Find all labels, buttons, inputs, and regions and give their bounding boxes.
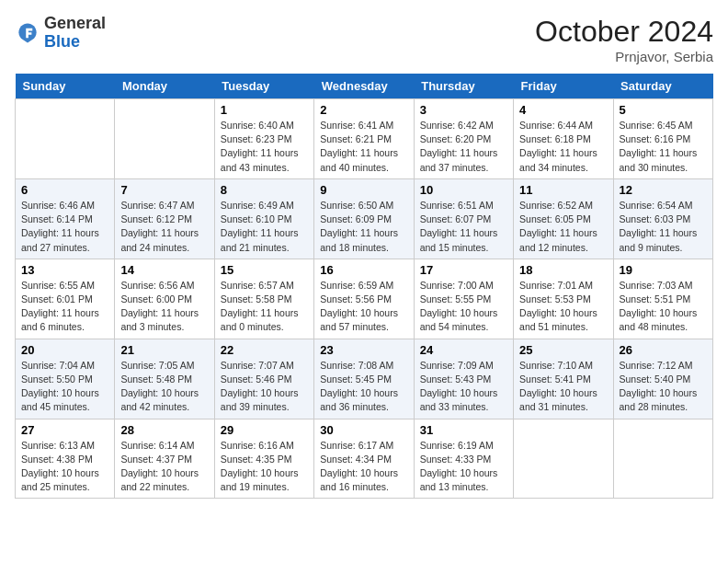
sunrise-text: Sunrise: 6:57 AM bbox=[221, 280, 294, 291]
weekday-header-monday: Monday bbox=[115, 74, 214, 99]
daylight-text: Daylight: 11 hours and 30 minutes. bbox=[620, 147, 698, 172]
calendar-table: SundayMondayTuesdayWednesdayThursdayFrid… bbox=[15, 74, 713, 499]
sunset-text: Sunset: 6:01 PM bbox=[21, 293, 93, 304]
day-info: Sunrise: 7:01 AM Sunset: 5:53 PM Dayligh… bbox=[519, 279, 607, 335]
sunrise-text: Sunrise: 6:41 AM bbox=[320, 120, 393, 131]
sunset-text: Sunset: 4:35 PM bbox=[221, 454, 292, 465]
sunset-text: Sunset: 6:14 PM bbox=[21, 213, 93, 224]
day-info: Sunrise: 6:14 AM Sunset: 4:37 PM Dayligh… bbox=[120, 439, 208, 495]
daylight-text: Daylight: 10 hours and 33 minutes. bbox=[420, 387, 498, 412]
sunrise-text: Sunrise: 7:04 AM bbox=[21, 360, 95, 371]
daylight-text: Daylight: 11 hours and 12 minutes. bbox=[519, 227, 597, 252]
calendar-cell: 15 Sunrise: 6:57 AM Sunset: 5:58 PM Dayl… bbox=[214, 259, 313, 339]
day-number: 17 bbox=[420, 263, 507, 277]
sunset-text: Sunset: 5:58 PM bbox=[221, 293, 292, 304]
logo-icon bbox=[15, 20, 40, 46]
calendar-cell: 8 Sunrise: 6:49 AM Sunset: 6:10 PM Dayli… bbox=[214, 178, 313, 259]
logo: General Blue bbox=[15, 15, 106, 52]
sunrise-text: Sunrise: 6:46 AM bbox=[21, 200, 95, 211]
sunset-text: Sunset: 5:43 PM bbox=[420, 373, 492, 385]
day-info: Sunrise: 7:12 AM Sunset: 5:40 PM Dayligh… bbox=[620, 359, 707, 415]
calendar-cell: 25 Sunrise: 7:10 AM Sunset: 5:41 PM Dayl… bbox=[514, 339, 613, 419]
sunrise-text: Sunrise: 6:55 AM bbox=[21, 280, 95, 291]
calendar-cell: 24 Sunrise: 7:09 AM Sunset: 5:43 PM Dayl… bbox=[414, 339, 513, 419]
sunset-text: Sunset: 4:34 PM bbox=[320, 454, 392, 465]
logo-general-text: General bbox=[44, 14, 106, 32]
sunset-text: Sunset: 5:53 PM bbox=[519, 293, 591, 304]
day-number: 11 bbox=[519, 183, 607, 197]
calendar-cell: 26 Sunrise: 7:12 AM Sunset: 5:40 PM Dayl… bbox=[613, 339, 712, 419]
calendar-week-row: 13 Sunrise: 6:55 AM Sunset: 6:01 PM Dayl… bbox=[16, 259, 713, 339]
sunrise-text: Sunrise: 6:16 AM bbox=[221, 440, 294, 451]
day-info: Sunrise: 6:56 AM Sunset: 6:00 PM Dayligh… bbox=[120, 279, 208, 335]
sunset-text: Sunset: 4:33 PM bbox=[420, 454, 492, 465]
title-block: October 2024 Prnjavor, Serbia bbox=[535, 15, 713, 64]
daylight-text: Daylight: 11 hours and 37 minutes. bbox=[420, 147, 498, 172]
calendar-cell: 20 Sunrise: 7:04 AM Sunset: 5:50 PM Dayl… bbox=[16, 339, 115, 419]
calendar-week-row: 1 Sunrise: 6:40 AM Sunset: 6:23 PM Dayli… bbox=[16, 99, 713, 179]
month-title: October 2024 bbox=[535, 15, 713, 49]
day-info: Sunrise: 6:16 AM Sunset: 4:35 PM Dayligh… bbox=[221, 439, 308, 495]
daylight-text: Daylight: 10 hours and 19 minutes. bbox=[221, 467, 299, 492]
day-info: Sunrise: 6:50 AM Sunset: 6:09 PM Dayligh… bbox=[320, 199, 407, 255]
day-number: 30 bbox=[320, 423, 407, 437]
calendar-cell: 2 Sunrise: 6:41 AM Sunset: 6:21 PM Dayli… bbox=[314, 99, 414, 179]
sunrise-text: Sunrise: 7:09 AM bbox=[420, 360, 494, 371]
calendar-cell: 6 Sunrise: 6:46 AM Sunset: 6:14 PM Dayli… bbox=[16, 178, 115, 259]
daylight-text: Daylight: 11 hours and 43 minutes. bbox=[221, 147, 299, 172]
sunset-text: Sunset: 6:09 PM bbox=[320, 213, 392, 224]
daylight-text: Daylight: 11 hours and 6 minutes. bbox=[21, 307, 99, 332]
day-number: 26 bbox=[620, 343, 707, 357]
day-number: 4 bbox=[519, 103, 607, 117]
weekday-header-wednesday: Wednesday bbox=[314, 74, 414, 99]
daylight-text: Daylight: 11 hours and 21 minutes. bbox=[221, 227, 299, 252]
calendar-cell: 31 Sunrise: 6:19 AM Sunset: 4:33 PM Dayl… bbox=[414, 419, 513, 499]
day-number: 31 bbox=[420, 423, 507, 437]
sunrise-text: Sunrise: 6:17 AM bbox=[320, 440, 393, 451]
weekday-header-sunday: Sunday bbox=[16, 74, 115, 99]
calendar-cell: 19 Sunrise: 7:03 AM Sunset: 5:51 PM Dayl… bbox=[613, 259, 712, 339]
daylight-text: Daylight: 11 hours and 18 minutes. bbox=[320, 227, 398, 252]
calendar-cell: 17 Sunrise: 7:00 AM Sunset: 5:55 PM Dayl… bbox=[414, 259, 513, 339]
weekday-header-friday: Friday bbox=[514, 74, 613, 99]
day-info: Sunrise: 6:19 AM Sunset: 4:33 PM Dayligh… bbox=[420, 439, 507, 495]
day-info: Sunrise: 7:10 AM Sunset: 5:41 PM Dayligh… bbox=[519, 359, 607, 415]
sunrise-text: Sunrise: 7:10 AM bbox=[519, 360, 593, 371]
day-info: Sunrise: 7:08 AM Sunset: 5:45 PM Dayligh… bbox=[320, 359, 407, 415]
day-info: Sunrise: 7:04 AM Sunset: 5:50 PM Dayligh… bbox=[21, 359, 108, 415]
day-info: Sunrise: 6:40 AM Sunset: 6:23 PM Dayligh… bbox=[221, 119, 308, 175]
daylight-text: Daylight: 10 hours and 39 minutes. bbox=[221, 387, 299, 412]
day-info: Sunrise: 7:09 AM Sunset: 5:43 PM Dayligh… bbox=[420, 359, 507, 415]
sunset-text: Sunset: 4:37 PM bbox=[120, 454, 192, 465]
day-info: Sunrise: 6:45 AM Sunset: 6:16 PM Dayligh… bbox=[620, 119, 707, 175]
sunrise-text: Sunrise: 6:47 AM bbox=[120, 200, 194, 211]
day-number: 22 bbox=[221, 343, 308, 357]
sunrise-text: Sunrise: 7:00 AM bbox=[420, 280, 494, 291]
daylight-text: Daylight: 10 hours and 45 minutes. bbox=[21, 387, 99, 412]
calendar-cell: 4 Sunrise: 6:44 AM Sunset: 6:18 PM Dayli… bbox=[514, 99, 613, 179]
sunrise-text: Sunrise: 6:45 AM bbox=[620, 120, 693, 131]
day-info: Sunrise: 6:51 AM Sunset: 6:07 PM Dayligh… bbox=[420, 199, 507, 255]
day-number: 7 bbox=[120, 183, 208, 197]
daylight-text: Daylight: 11 hours and 27 minutes. bbox=[21, 227, 99, 252]
calendar-cell: 23 Sunrise: 7:08 AM Sunset: 5:45 PM Dayl… bbox=[314, 339, 414, 419]
sunrise-text: Sunrise: 6:49 AM bbox=[221, 200, 294, 211]
daylight-text: Daylight: 10 hours and 51 minutes. bbox=[519, 307, 597, 332]
day-number: 21 bbox=[120, 343, 208, 357]
calendar-cell: 14 Sunrise: 6:56 AM Sunset: 6:00 PM Dayl… bbox=[115, 259, 214, 339]
day-info: Sunrise: 7:07 AM Sunset: 5:46 PM Dayligh… bbox=[221, 359, 308, 415]
day-info: Sunrise: 7:03 AM Sunset: 5:51 PM Dayligh… bbox=[620, 279, 707, 335]
day-info: Sunrise: 7:00 AM Sunset: 5:55 PM Dayligh… bbox=[420, 279, 507, 335]
day-info: Sunrise: 6:49 AM Sunset: 6:10 PM Dayligh… bbox=[221, 199, 308, 255]
day-number: 18 bbox=[519, 263, 607, 277]
day-number: 3 bbox=[420, 103, 507, 117]
calendar-cell: 9 Sunrise: 6:50 AM Sunset: 6:09 PM Dayli… bbox=[314, 178, 414, 259]
sunrise-text: Sunrise: 6:14 AM bbox=[120, 440, 194, 451]
calendar-cell: 18 Sunrise: 7:01 AM Sunset: 5:53 PM Dayl… bbox=[514, 259, 613, 339]
day-number: 8 bbox=[221, 183, 308, 197]
day-info: Sunrise: 6:57 AM Sunset: 5:58 PM Dayligh… bbox=[221, 279, 308, 335]
day-number: 19 bbox=[620, 263, 707, 277]
daylight-text: Daylight: 11 hours and 3 minutes. bbox=[120, 307, 199, 332]
daylight-text: Daylight: 11 hours and 9 minutes. bbox=[620, 227, 698, 252]
sunset-text: Sunset: 6:16 PM bbox=[620, 133, 691, 144]
